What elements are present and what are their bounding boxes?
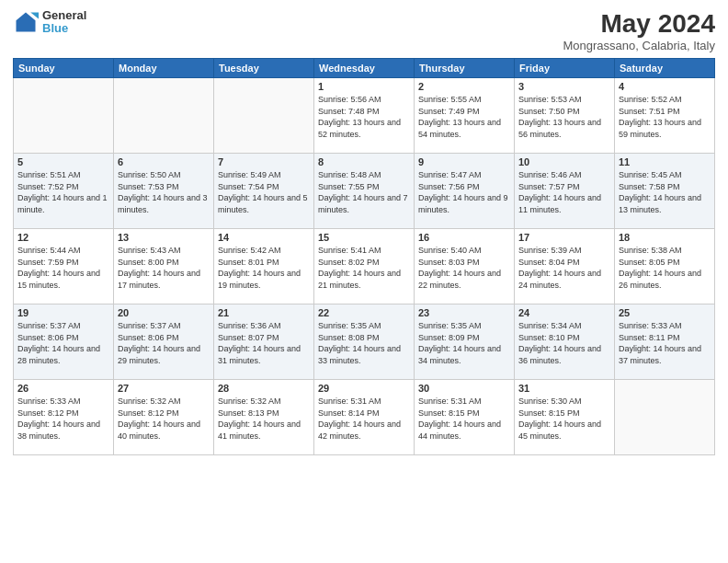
day-cell: 4Sunrise: 5:52 AMSunset: 7:51 PMDaylight…: [615, 78, 715, 154]
day-cell: 2Sunrise: 5:55 AMSunset: 7:49 PMDaylight…: [415, 78, 515, 154]
day-number: 22: [318, 307, 410, 318]
col-header-friday: Friday: [515, 59, 615, 78]
day-cell: 13Sunrise: 5:43 AMSunset: 8:00 PMDayligh…: [114, 229, 214, 304]
week-row-1: 1Sunrise: 5:56 AMSunset: 7:48 PMDaylight…: [14, 78, 715, 154]
day-cell: 17Sunrise: 5:39 AMSunset: 8:04 PMDayligh…: [515, 229, 615, 304]
col-header-thursday: Thursday: [415, 59, 515, 78]
day-info: Sunrise: 5:46 AMSunset: 7:57 PMDaylight:…: [518, 169, 610, 215]
calendar: SundayMondayTuesdayWednesdayThursdayFrid…: [13, 58, 715, 455]
day-info: Sunrise: 5:51 AMSunset: 7:52 PMDaylight:…: [17, 169, 109, 215]
day-number: 7: [218, 156, 310, 167]
day-info: Sunrise: 5:43 AMSunset: 8:00 PMDaylight:…: [118, 245, 210, 291]
day-info: Sunrise: 5:31 AMSunset: 8:14 PMDaylight:…: [318, 396, 410, 442]
title-block: May 2024 Mongrassano, Calabria, Italy: [563, 9, 715, 52]
day-number: 28: [218, 383, 310, 394]
day-cell: 3Sunrise: 5:53 AMSunset: 7:50 PMDaylight…: [515, 78, 615, 154]
day-cell: 7Sunrise: 5:49 AMSunset: 7:54 PMDaylight…: [214, 154, 314, 229]
day-number: 27: [118, 383, 210, 394]
day-info: Sunrise: 5:33 AMSunset: 8:12 PMDaylight:…: [17, 396, 109, 442]
logo-line2: Blue: [42, 22, 86, 35]
svg-marker-0: [17, 13, 36, 32]
day-number: 19: [17, 307, 109, 318]
day-cell: 25Sunrise: 5:33 AMSunset: 8:11 PMDayligh…: [615, 304, 715, 380]
day-cell: 9Sunrise: 5:47 AMSunset: 7:56 PMDaylight…: [415, 154, 515, 229]
day-info: Sunrise: 5:32 AMSunset: 8:12 PMDaylight:…: [118, 396, 210, 442]
header: General Blue May 2024 Mongrassano, Calab…: [13, 9, 715, 52]
day-info: Sunrise: 5:47 AMSunset: 7:56 PMDaylight:…: [418, 169, 510, 215]
day-number: 3: [518, 81, 610, 92]
day-info: Sunrise: 5:30 AMSunset: 8:15 PMDaylight:…: [518, 396, 610, 442]
day-info: Sunrise: 5:45 AMSunset: 7:58 PMDaylight:…: [619, 169, 711, 215]
day-cell: 8Sunrise: 5:48 AMSunset: 7:55 PMDaylight…: [314, 154, 415, 229]
week-row-4: 19Sunrise: 5:37 AMSunset: 8:06 PMDayligh…: [14, 304, 715, 380]
day-info: Sunrise: 5:32 AMSunset: 8:13 PMDaylight:…: [218, 396, 310, 442]
day-info: Sunrise: 5:37 AMSunset: 8:06 PMDaylight:…: [118, 320, 210, 366]
day-info: Sunrise: 5:49 AMSunset: 7:54 PMDaylight:…: [218, 169, 310, 215]
day-info: Sunrise: 5:35 AMSunset: 8:09 PMDaylight:…: [418, 320, 510, 366]
col-header-tuesday: Tuesday: [214, 59, 314, 78]
day-cell: [615, 380, 715, 455]
day-number: 9: [418, 156, 510, 167]
day-cell: [14, 78, 114, 154]
logo-line1: General: [42, 9, 86, 22]
day-info: Sunrise: 5:52 AMSunset: 7:51 PMDaylight:…: [619, 94, 711, 140]
day-cell: 11Sunrise: 5:45 AMSunset: 7:58 PMDayligh…: [615, 154, 715, 229]
day-cell: 31Sunrise: 5:30 AMSunset: 8:15 PMDayligh…: [515, 380, 615, 455]
day-cell: 27Sunrise: 5:32 AMSunset: 8:12 PMDayligh…: [114, 380, 214, 455]
day-number: 21: [218, 307, 310, 318]
day-cell: 29Sunrise: 5:31 AMSunset: 8:14 PMDayligh…: [314, 380, 415, 455]
day-number: 4: [619, 81, 711, 92]
day-info: Sunrise: 5:56 AMSunset: 7:48 PMDaylight:…: [318, 94, 410, 140]
day-info: Sunrise: 5:50 AMSunset: 7:53 PMDaylight:…: [118, 169, 210, 215]
day-cell: 14Sunrise: 5:42 AMSunset: 8:01 PMDayligh…: [214, 229, 314, 304]
day-cell: 28Sunrise: 5:32 AMSunset: 8:13 PMDayligh…: [214, 380, 314, 455]
day-cell: 22Sunrise: 5:35 AMSunset: 8:08 PMDayligh…: [314, 304, 415, 380]
day-cell: 21Sunrise: 5:36 AMSunset: 8:07 PMDayligh…: [214, 304, 314, 380]
day-number: 1: [318, 81, 410, 92]
day-number: 18: [619, 232, 711, 243]
day-number: 26: [17, 383, 109, 394]
day-cell: 10Sunrise: 5:46 AMSunset: 7:57 PMDayligh…: [515, 154, 615, 229]
day-info: Sunrise: 5:37 AMSunset: 8:06 PMDaylight:…: [17, 320, 109, 366]
day-number: 23: [418, 307, 510, 318]
header-row: SundayMondayTuesdayWednesdayThursdayFrid…: [14, 59, 715, 78]
day-info: Sunrise: 5:33 AMSunset: 8:11 PMDaylight:…: [619, 320, 711, 366]
day-cell: 5Sunrise: 5:51 AMSunset: 7:52 PMDaylight…: [14, 154, 114, 229]
day-number: 17: [518, 232, 610, 243]
day-number: 6: [118, 156, 210, 167]
day-number: 10: [518, 156, 610, 167]
day-cell: 1Sunrise: 5:56 AMSunset: 7:48 PMDaylight…: [314, 78, 415, 154]
logo-icon: [13, 9, 39, 35]
day-info: Sunrise: 5:34 AMSunset: 8:10 PMDaylight:…: [518, 320, 610, 366]
week-row-5: 26Sunrise: 5:33 AMSunset: 8:12 PMDayligh…: [14, 380, 715, 455]
day-cell: 16Sunrise: 5:40 AMSunset: 8:03 PMDayligh…: [415, 229, 515, 304]
day-cell: 18Sunrise: 5:38 AMSunset: 8:05 PMDayligh…: [615, 229, 715, 304]
week-row-2: 5Sunrise: 5:51 AMSunset: 7:52 PMDaylight…: [14, 154, 715, 229]
location: Mongrassano, Calabria, Italy: [563, 39, 715, 52]
page: General Blue May 2024 Mongrassano, Calab…: [0, 0, 728, 563]
day-info: Sunrise: 5:55 AMSunset: 7:49 PMDaylight:…: [418, 94, 510, 140]
day-number: 15: [318, 232, 410, 243]
col-header-monday: Monday: [114, 59, 214, 78]
col-header-wednesday: Wednesday: [314, 59, 415, 78]
day-info: Sunrise: 5:35 AMSunset: 8:08 PMDaylight:…: [318, 320, 410, 366]
week-row-3: 12Sunrise: 5:44 AMSunset: 7:59 PMDayligh…: [14, 229, 715, 304]
day-info: Sunrise: 5:53 AMSunset: 7:50 PMDaylight:…: [518, 94, 610, 140]
day-number: 8: [318, 156, 410, 167]
day-cell: 30Sunrise: 5:31 AMSunset: 8:15 PMDayligh…: [415, 380, 515, 455]
day-cell: 12Sunrise: 5:44 AMSunset: 7:59 PMDayligh…: [14, 229, 114, 304]
month-title: May 2024: [563, 9, 715, 39]
day-number: 30: [418, 383, 510, 394]
day-number: 2: [418, 81, 510, 92]
day-number: 20: [118, 307, 210, 318]
day-cell: 19Sunrise: 5:37 AMSunset: 8:06 PMDayligh…: [14, 304, 114, 380]
day-info: Sunrise: 5:31 AMSunset: 8:15 PMDaylight:…: [418, 396, 510, 442]
col-header-sunday: Sunday: [14, 59, 114, 78]
day-info: Sunrise: 5:42 AMSunset: 8:01 PMDaylight:…: [218, 245, 310, 291]
day-cell: 15Sunrise: 5:41 AMSunset: 8:02 PMDayligh…: [314, 229, 415, 304]
day-number: 14: [218, 232, 310, 243]
day-cell: [214, 78, 314, 154]
day-info: Sunrise: 5:44 AMSunset: 7:59 PMDaylight:…: [17, 245, 109, 291]
day-number: 31: [518, 383, 610, 394]
day-cell: 24Sunrise: 5:34 AMSunset: 8:10 PMDayligh…: [515, 304, 615, 380]
